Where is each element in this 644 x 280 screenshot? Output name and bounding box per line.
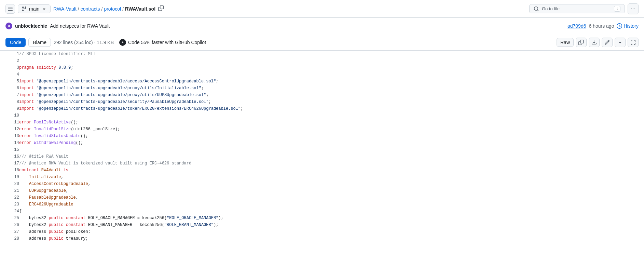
line-code: /// @notice RWA Vault is tokenized vault…	[19, 160, 644, 167]
breadcrumb-repo[interactable]: RWA-Vault	[53, 6, 76, 12]
commit-meta: ad709d6 6 hours ago History	[567, 23, 639, 29]
table-row: 3pragma solidity 0.8.9;	[0, 64, 644, 71]
line-number[interactable]: 18	[0, 167, 19, 174]
line-code: import "@openzeppelin/contracts-upgradea…	[19, 92, 644, 98]
line-code: error PoolIsNotActive();	[19, 119, 644, 126]
table-row: 25 bytes32 public constant ROLE_ORACLE_M…	[0, 215, 644, 222]
line-number[interactable]: 9	[0, 105, 19, 112]
sidebar-toggle-button[interactable]	[5, 4, 15, 14]
table-row: 21 UUPSUpgradeable,	[0, 187, 644, 194]
table-row: 18contract RWAVault is	[0, 167, 644, 174]
line-number[interactable]: 4	[0, 71, 19, 78]
line-number[interactable]: 17	[0, 160, 19, 167]
breadcrumb-dir2[interactable]: protocol	[104, 6, 121, 12]
commit-time: 6 hours ago	[589, 23, 614, 29]
code-toolbar: Code Blame 292 lines (254 loc) · 11.9 KB…	[0, 34, 644, 51]
breadcrumb-file: RWAVault.sol	[125, 6, 155, 12]
line-number[interactable]: 10	[0, 112, 19, 119]
line-code: bytes32 public constant ROLE_ORACLE_MANA…	[19, 215, 644, 222]
line-number[interactable]: 23	[0, 201, 19, 208]
line-code: address public poolToken;	[19, 228, 644, 235]
line-number[interactable]: 12	[0, 126, 19, 133]
line-number[interactable]: 14	[0, 139, 19, 146]
line-number[interactable]: 20	[0, 181, 19, 187]
blame-tab-button[interactable]: Blame	[28, 38, 51, 47]
copilot-text: Code 55% faster with GitHub Copilot	[128, 40, 206, 45]
line-number[interactable]: 28	[0, 235, 19, 242]
line-number[interactable]: 25	[0, 215, 19, 222]
breadcrumb-sep3: /	[122, 6, 124, 12]
raw-button[interactable]: Raw	[557, 38, 574, 47]
breadcrumb-dir1[interactable]: contracts	[81, 6, 100, 12]
copy-raw-button[interactable]	[576, 38, 587, 47]
avatar-text: u	[8, 24, 10, 28]
search-icon	[534, 6, 539, 12]
line-code: import "@openzeppelin/contracts-upgradea…	[19, 78, 644, 85]
line-number[interactable]: 3	[0, 64, 19, 71]
line-number[interactable]: 26	[0, 222, 19, 228]
branch-selector-button[interactable]: main	[18, 4, 51, 13]
history-button[interactable]: History	[617, 23, 639, 29]
table-row: 17/// @notice RWA Vault is tokenized vau…	[0, 160, 644, 167]
copilot-icon: ✦	[119, 39, 126, 46]
line-number[interactable]: 1	[0, 51, 19, 57]
table-row: 5import "@openzeppelin/contracts-upgrade…	[0, 78, 644, 85]
edit-button[interactable]	[602, 38, 613, 47]
line-code: UUPSUpgradeable,	[19, 187, 644, 194]
chevron-down-edit-icon	[617, 40, 623, 45]
avatar: u	[5, 23, 12, 29]
search-shortcut: t	[614, 6, 620, 12]
copy-icon	[578, 40, 584, 45]
line-number[interactable]: 19	[0, 174, 19, 181]
username[interactable]: unblocktechie	[15, 23, 47, 29]
line-code: PausableUpgradeable,	[19, 194, 644, 201]
branch-icon	[22, 6, 27, 12]
line-number[interactable]: 24	[0, 208, 19, 215]
line-number[interactable]: 22	[0, 194, 19, 201]
line-number[interactable]: 2	[0, 57, 19, 64]
line-code: contract RWAVault is	[19, 167, 644, 174]
breadcrumb-sep1: /	[78, 6, 79, 12]
line-number[interactable]: 27	[0, 228, 19, 235]
line-code: pragma solidity 0.8.9;	[19, 64, 644, 71]
file-info-bar: u unblocktechie Add netspecs for RWA Vau…	[0, 18, 644, 34]
line-code: AccessControlUpgradeable,	[19, 181, 644, 187]
line-number[interactable]: 11	[0, 119, 19, 126]
line-number[interactable]: 21	[0, 187, 19, 194]
table-row: 14error WithdrawalPending();	[0, 139, 644, 146]
line-number[interactable]: 6	[0, 85, 19, 92]
commit-message: Add netspecs for RWA Vault	[50, 23, 110, 29]
table-row: 24{	[0, 208, 644, 215]
copilot-badge: ✦ Code 55% faster with GitHub Copilot	[119, 39, 206, 46]
line-code: import "@openzeppelin/contracts-upgradea…	[19, 98, 644, 105]
edit-dropdown-button[interactable]	[615, 38, 626, 47]
download-icon	[591, 40, 597, 45]
more-options-button[interactable]: ···	[628, 3, 639, 14]
download-button[interactable]	[589, 38, 600, 47]
code-container: 1// SPDX-License-Identifier: MIT2 3pragm…	[0, 51, 644, 242]
table-row: 9import "@openzeppelin/contracts-upgrade…	[0, 105, 644, 112]
search-box[interactable]: Go to file t	[529, 4, 625, 13]
table-row: 8import "@openzeppelin/contracts-upgrade…	[0, 98, 644, 105]
code-tab-button[interactable]: Code	[5, 38, 26, 47]
line-code: Initializable,	[19, 174, 644, 181]
line-number[interactable]: 16	[0, 153, 19, 160]
line-code: error InvalidStatusUpdate();	[19, 133, 644, 139]
copy-path-button[interactable]	[157, 5, 165, 13]
fullscreen-button[interactable]	[628, 38, 639, 47]
search-placeholder: Go to file	[542, 6, 611, 11]
pencil-icon	[604, 40, 610, 45]
line-number[interactable]: 8	[0, 98, 19, 105]
commit-hash[interactable]: ad709d6	[567, 23, 586, 29]
breadcrumb-sep2: /	[101, 6, 103, 12]
top-bar: main RWA-Vault / contracts / protocol / …	[0, 0, 644, 18]
line-number[interactable]: 7	[0, 92, 19, 98]
line-code: error WithdrawalPending();	[19, 139, 644, 146]
table-row: 7import "@openzeppelin/contracts-upgrade…	[0, 92, 644, 98]
line-number[interactable]: 5	[0, 78, 19, 85]
line-number[interactable]: 15	[0, 146, 19, 153]
branch-label: main	[29, 6, 39, 12]
table-row: 4	[0, 71, 644, 78]
line-number[interactable]: 13	[0, 133, 19, 139]
breadcrumb: RWA-Vault / contracts / protocol / RWAVa…	[53, 5, 526, 13]
